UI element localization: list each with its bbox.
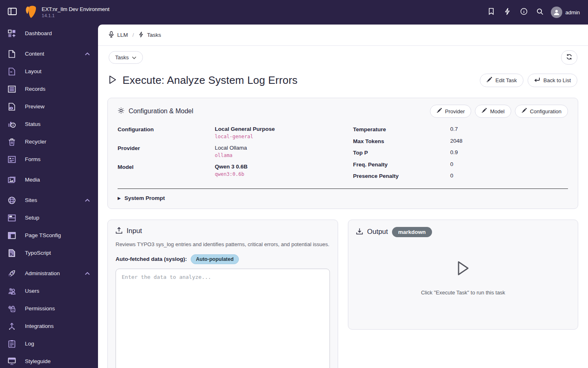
play-outline-icon	[455, 259, 471, 279]
info-button[interactable]	[516, 4, 532, 20]
sidebar-item-label: Sites	[25, 197, 37, 203]
sidebar-item-label: Setup	[25, 215, 39, 221]
sidebar-item-sites[interactable]: Sites	[0, 191, 98, 209]
breadcrumb-llm[interactable]: LLM	[109, 31, 128, 39]
field-value: 0.7	[450, 126, 458, 132]
sidebar-item-permissions[interactable]: Permissions	[0, 300, 98, 317]
return-arrow-icon	[534, 77, 540, 84]
page-tsconfig-icon	[7, 231, 16, 240]
output-empty-state: Click "Execute Task" to run this task	[356, 237, 570, 322]
download-icon	[356, 228, 363, 236]
sidebar-item-label: Log	[25, 341, 34, 347]
username: admin	[566, 9, 580, 16]
output-format-badge: markdown	[392, 227, 432, 237]
triangle-right-icon: ▶	[118, 196, 121, 200]
llm-module-icon	[109, 31, 114, 39]
shortcut-button[interactable]	[499, 4, 516, 20]
field-label: Max Tokens	[353, 138, 450, 144]
field-label: Temperature	[353, 126, 450, 132]
sidebar-item-label: Records	[25, 86, 45, 92]
edit-configuration-label: Configuration	[530, 108, 561, 114]
sidebar-toggle-icon	[8, 8, 17, 17]
sidebar-item-records[interactable]: Records	[0, 80, 98, 98]
input-panel: Input Reviews TYPO3 sys_log entries and …	[107, 220, 338, 368]
app-identity: EXT:nr_llm Dev Environment 14.1.1	[42, 6, 109, 19]
pencil-icon	[521, 108, 527, 114]
edit-provider-button[interactable]: Provider	[430, 105, 471, 118]
content-icon	[7, 49, 16, 58]
field-freq-penalty: Freq. Penalty 0	[353, 161, 568, 168]
field-provider: Provider Local Ollama ollama	[118, 145, 333, 158]
system-prompt-toggle[interactable]: ▶ System Prompt	[118, 189, 568, 204]
sidebar-item-label: Administration	[25, 270, 60, 276]
globe-icon	[7, 196, 16, 205]
sidebar-item-dashboard[interactable]: Dashboard	[0, 25, 98, 42]
rocket-icon	[7, 269, 16, 278]
user-menu[interactable]: admin	[551, 7, 580, 18]
sidebar-item-label: Media	[25, 177, 40, 183]
upload-icon	[116, 227, 122, 236]
field-label: Freq. Penalty	[353, 161, 450, 168]
sidebar-item-log[interactable]: Log	[0, 335, 98, 352]
breadcrumb-tasks[interactable]: Tasks	[138, 31, 161, 39]
sidebar-item-layout[interactable]: Layout	[0, 63, 98, 80]
sidebar-item-page-tsconfig[interactable]: Page TSconfig	[0, 227, 98, 244]
tasks-dropdown[interactable]: Tasks	[109, 51, 143, 64]
chevron-up-icon	[85, 272, 90, 275]
edit-task-label: Edit Task	[495, 77, 517, 83]
sidebar-item-label: Integrations	[25, 323, 54, 329]
sidebar-item-integrations[interactable]: Integrations	[0, 317, 98, 335]
auto-fetched-label: Auto-fetched data (syslog):	[116, 256, 187, 262]
typo3-logo	[24, 5, 37, 19]
integrations-icon	[7, 322, 16, 331]
edit-configuration-button[interactable]: Configuration	[515, 105, 568, 118]
sidebar-item-styleguide[interactable]: Styleguide	[0, 352, 98, 368]
sidebar-item-recycler[interactable]: Recycler	[0, 133, 98, 150]
refresh-button[interactable]	[561, 50, 577, 65]
sidebar-item-administration[interactable]: Administration	[0, 265, 98, 282]
lock-icon	[7, 304, 16, 313]
sidebar-item-status[interactable]: Status	[0, 115, 98, 133]
field-max-tokens: Max Tokens 2048	[353, 138, 568, 144]
page-title: Execute: Analyze System Log Errors	[122, 74, 298, 87]
bookmark-button[interactable]	[483, 4, 499, 20]
page-title-row: Execute: Analyze System Log Errors Edit …	[98, 74, 588, 87]
field-label: Configuration	[118, 126, 215, 139]
output-panel: Output markdown Click "Execute Task" to …	[348, 220, 578, 330]
field-presence-penalty: Presence Penalty 0	[353, 173, 568, 179]
chevron-down-icon	[132, 54, 136, 61]
edit-model-button[interactable]: Model	[475, 105, 511, 118]
breadcrumb-module-label: LLM	[117, 32, 128, 38]
field-configuration: Configuration Local General Purpose loca…	[118, 126, 333, 139]
sidebar-item-typoscript[interactable]: TypoScript	[0, 244, 98, 262]
sidebar-item-label: Page TSconfig	[25, 232, 61, 238]
system-prompt-label: System Prompt	[125, 195, 165, 201]
preview-icon	[7, 102, 16, 111]
edit-model-label: Model	[490, 108, 504, 114]
sidebar-item-forms[interactable]: Forms	[0, 150, 98, 168]
data-input-textarea[interactable]	[116, 269, 330, 368]
sidebar-toggle-button[interactable]	[7, 7, 18, 18]
search-button[interactable]	[532, 4, 548, 20]
avatar	[551, 7, 562, 18]
pencil-icon	[437, 108, 442, 114]
sidebar-item-users[interactable]: Users	[0, 282, 98, 300]
back-to-list-button[interactable]: Back to List	[528, 74, 577, 87]
sidebar-item-label: Permissions	[25, 305, 55, 312]
sidebar-item-media[interactable]: Media	[0, 171, 98, 188]
refresh-icon	[566, 54, 572, 61]
sidebar-item-label: Preview	[25, 103, 45, 110]
lightning-icon	[504, 8, 510, 17]
edit-task-button[interactable]: Edit Task	[480, 74, 523, 87]
chevron-up-icon	[85, 52, 90, 56]
sidebar-item-content[interactable]: Content	[0, 45, 98, 63]
sidebar-item-setup[interactable]: Setup	[0, 209, 98, 227]
pencil-icon	[486, 77, 492, 84]
field-value: 2048	[450, 138, 463, 144]
sidebar-item-preview[interactable]: Preview	[0, 98, 98, 115]
dashboard-icon	[7, 29, 16, 38]
tasks-lightning-icon	[138, 31, 144, 39]
field-value: Qwen 3 0.6B	[215, 164, 247, 170]
content-area: LLM / Tasks Tasks	[98, 25, 588, 368]
sidebar-item-label: Status	[25, 121, 40, 127]
